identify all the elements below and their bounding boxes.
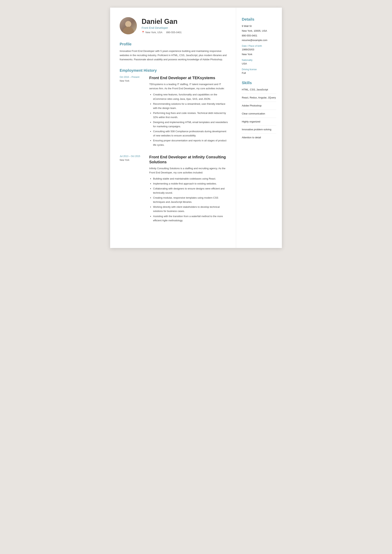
bullet-item: Consulting with 508 Compliance professio… — [153, 129, 228, 138]
job-desc-1: TEKsystems is a leading IT staffing, IT … — [149, 82, 228, 91]
skill-item-5: Innovative problem-solving — [242, 128, 276, 134]
bullet-item: Implementing a mobile-first approach to … — [153, 182, 228, 186]
job-location-2: New York — [120, 159, 145, 161]
address-line2: New York, 10005, USA — [242, 29, 276, 33]
employment-section: Employment History Oct 2016 – Present Ne… — [120, 68, 228, 223]
employment-section-title: Employment History — [120, 68, 228, 73]
skill-item-6: Attention to detail — [242, 136, 276, 142]
bullet-item: Performing bug fixes and code reviews. T… — [153, 111, 228, 119]
skills-section: Skills HTML, CSS, JavaScript React, Redu… — [242, 81, 276, 142]
bullet-item: Designing and implementing HTML email te… — [153, 120, 228, 129]
bullet-item: Building stable and maintainable codebas… — [153, 177, 228, 181]
dob-label: Date / Place of birth — [242, 45, 276, 47]
location-text: New York, USA — [145, 31, 162, 34]
bullet-item: Assisting with the transition from a wat… — [153, 214, 228, 223]
bullet-item: Ensuring proper documentation and report… — [153, 138, 228, 147]
profile-text: Innovative Front End Developer with 5 ye… — [120, 49, 228, 62]
skill-item-0: HTML, CSS, JavaScript — [242, 88, 276, 94]
details-section: Details 9 Wall St New York, 10005, USA 8… — [242, 17, 276, 75]
nationality-label: Nationality — [242, 59, 276, 62]
header-location: 📍 New York, USA 890-555-0401 — [142, 31, 182, 34]
bullet-item: Working directly with client stakeholder… — [153, 205, 228, 213]
job-dates-col-2: Jul 2013 – Oct 2015 New York — [120, 154, 145, 223]
skill-item-3: Clear communication — [242, 112, 276, 118]
bullet-item: Collaborating with designers to ensure d… — [153, 187, 228, 195]
sidebar-email: resume@example.com — [242, 38, 276, 42]
bullet-item: Creating new features, functionality and… — [153, 92, 228, 101]
address-line1: 9 Wall St — [242, 24, 276, 28]
birth-place: New York — [242, 52, 276, 56]
header-phone: 890-555-0401 — [166, 31, 182, 34]
bullet-item: Recommending solutions for a streamlined… — [153, 102, 228, 110]
skill-item-1: React, Redux, Angular, JQuery — [242, 96, 276, 102]
job-title-2: Front End Developer at Infinity Consulti… — [149, 154, 228, 165]
details-title: Details — [242, 17, 276, 21]
candidate-name: Daniel Gan — [142, 18, 182, 25]
candidate-title: Front End Developer — [142, 26, 182, 29]
skill-item-4: Highly organized — [242, 120, 276, 126]
dob: 1989/20/03 — [242, 48, 276, 52]
driving-label: Driving license — [242, 68, 276, 71]
avatar — [120, 17, 137, 34]
bullet-item: Creating modular, responsive templates u… — [153, 196, 228, 204]
profile-section: Profile Innovative Front End Developer w… — [120, 42, 228, 62]
skills-title: Skills — [242, 81, 276, 85]
job-location-1: New York — [120, 80, 145, 82]
sidebar-column: Details 9 Wall St New York, 10005, USA 8… — [236, 8, 282, 248]
job-entry-1: Oct 2016 – Present New York Front End De… — [120, 75, 228, 148]
job-dates-2: Jul 2013 – Oct 2015 — [120, 154, 145, 158]
job-content-2: Front End Developer at Infinity Consulti… — [149, 154, 228, 223]
nationality: USA — [242, 62, 276, 66]
skill-item-2: Adobe Photoshop — [242, 104, 276, 110]
header-section: Daniel Gan Front End Developer 📍 New Yor… — [120, 17, 228, 34]
avatar-image — [120, 17, 137, 34]
job-desc-2: Infinity Consulting Solutions is a staff… — [149, 166, 228, 175]
location-icon: 📍 — [142, 31, 145, 34]
job-title-1: Front End Developer at TEKsystems — [149, 75, 228, 80]
sidebar-phone: 890-555-0401 — [242, 34, 276, 38]
main-column: Daniel Gan Front End Developer 📍 New Yor… — [110, 8, 236, 248]
driving-license: Full — [242, 71, 276, 75]
resume-page: Daniel Gan Front End Developer 📍 New Yor… — [110, 8, 282, 248]
job-entry-2: Jul 2013 – Oct 2015 New York Front End D… — [120, 154, 228, 223]
header-info: Daniel Gan Front End Developer 📍 New Yor… — [142, 18, 182, 34]
job-bullets-1: Creating new features, functionality and… — [149, 92, 228, 147]
job-dates-1: Oct 2016 – Present — [120, 75, 145, 79]
profile-section-title: Profile — [120, 42, 228, 46]
job-bullets-2: Building stable and maintainable codebas… — [149, 177, 228, 223]
job-content-1: Front End Developer at TEKsystems TEKsys… — [149, 75, 228, 148]
job-dates-col-1: Oct 2016 – Present New York — [120, 75, 145, 148]
